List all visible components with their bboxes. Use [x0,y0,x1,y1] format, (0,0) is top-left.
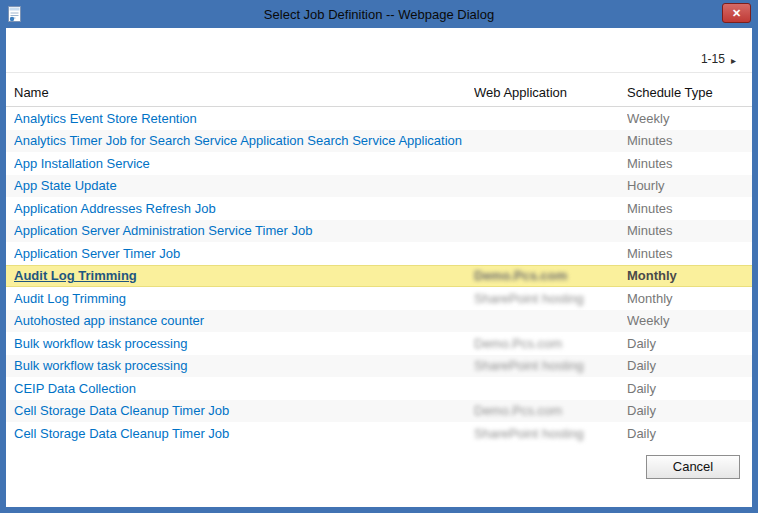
table-row: CEIP Data Collection Daily [6,377,752,400]
schedule-type-value: Daily [627,381,742,396]
job-name-link[interactable]: Cell Storage Data Cleanup Timer Job [14,403,229,418]
schedule-type-value: Daily [627,336,742,351]
table-row: Analytics Timer Job for Search Service A… [6,130,752,153]
list-header-row: Name Web Application Schedule Type [6,73,752,107]
schedule-type-value: Minutes [627,201,742,216]
table-row: Audit Log Trimming SharePoint hosting Mo… [6,287,752,310]
close-icon: ✕ [732,7,741,19]
dialog-content: 1-15 ▸ Name Web Application Schedule Typ… [6,28,752,507]
job-name-link[interactable]: Audit Log Trimming [14,291,126,306]
pager-next-icon[interactable]: ▸ [731,55,736,66]
pager: 1-15 ▸ [6,28,752,73]
schedule-type-value: Hourly [627,178,742,193]
table-row: Application Server Timer Job Minutes [6,242,752,265]
job-name-link[interactable]: Audit Log Trimming [14,268,137,283]
column-header-schedule-type: Schedule Type [627,79,742,100]
schedule-type-value: Minutes [627,223,742,238]
table-row: App Installation Service Minutes [6,152,752,175]
webpage-dialog: Select Job Definition -- Webpage Dialog … [0,0,758,513]
schedule-type-value: Monthly [627,268,742,283]
table-row: Analytics Event Store Retention Weekly [6,107,752,130]
job-name-link[interactable]: App State Update [14,178,117,193]
close-button[interactable]: ✕ [722,3,751,23]
web-application-value: SharePoint hosting [474,291,627,306]
table-row: Bulk workflow task processing Demo.Pcs.c… [6,332,752,355]
schedule-type-value: Minutes [627,156,742,171]
job-definition-list: Analytics Event Store Retention Weekly A… [6,107,752,445]
dialog-title: Select Job Definition -- Webpage Dialog [0,7,758,22]
schedule-type-value: Monthly [627,291,742,306]
job-name-link[interactable]: Cell Storage Data Cleanup Timer Job [14,426,229,441]
dialog-titlebar: Select Job Definition -- Webpage Dialog … [0,0,758,28]
pager-range-label: 1-15 [701,52,725,66]
column-header-web-application: Web Application [474,79,627,100]
web-application-value: Demo.Pcs.com [474,336,627,351]
job-name-link[interactable]: App Installation Service [14,156,150,171]
schedule-type-value: Weekly [627,313,742,328]
cancel-button[interactable]: Cancel [646,455,740,479]
job-name-link[interactable]: Autohosted app instance counter [14,313,204,328]
job-name-link[interactable]: Application Addresses Refresh Job [14,201,216,216]
table-row: App State Update Hourly [6,175,752,198]
schedule-type-value: Weekly [627,111,742,126]
table-row: Application Addresses Refresh Job Minute… [6,197,752,220]
table-row: Cell Storage Data Cleanup Timer Job Shar… [6,422,752,445]
table-row: Cell Storage Data Cleanup Timer Job Demo… [6,400,752,423]
schedule-type-value: Daily [627,426,742,441]
table-row: Application Server Administration Servic… [6,220,752,243]
job-name-link[interactable]: Analytics Event Store Retention [14,111,197,126]
schedule-type-value: Daily [627,403,742,418]
schedule-type-value: Minutes [627,246,742,261]
job-name-link[interactable]: Bulk workflow task processing [14,336,187,351]
dialog-footer: Cancel [6,445,752,479]
schedule-type-value: Minutes [627,133,742,148]
web-application-value: SharePoint hosting [474,358,627,373]
job-name-link[interactable]: CEIP Data Collection [14,381,136,396]
job-name-link[interactable]: Application Server Timer Job [14,246,180,261]
column-header-name: Name [14,79,474,100]
table-row: Audit Log Trimming Demo.Pcs.com Monthly [6,265,752,288]
table-row: Bulk workflow task processing SharePoint… [6,355,752,378]
job-name-link[interactable]: Analytics Timer Job for Search Service A… [14,133,462,148]
web-application-value: SharePoint hosting [474,426,627,441]
schedule-type-value: Daily [627,358,742,373]
table-row: Autohosted app instance counter Weekly [6,310,752,333]
web-application-value: Demo.Pcs.com [474,268,627,283]
job-name-link[interactable]: Bulk workflow task processing [14,358,187,373]
web-application-value: Demo.Pcs.com [474,403,627,418]
job-name-link[interactable]: Application Server Administration Servic… [14,223,312,238]
